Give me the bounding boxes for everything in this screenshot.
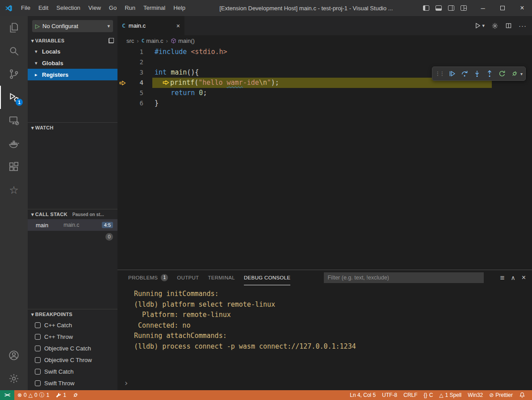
- eol-sequence[interactable]: CRLF: [400, 390, 420, 400]
- info-icon: ⓘ: [39, 392, 45, 398]
- glyph-margin[interactable]: [117, 57, 127, 67]
- breakpoint-item-c-catch[interactable]: C++ Catch: [28, 319, 117, 331]
- debug-target-status[interactable]: [69, 390, 82, 400]
- checkbox-unchecked[interactable]: [35, 334, 41, 340]
- chevron-down-icon[interactable]: ▾: [520, 71, 523, 76]
- activity-favorites[interactable]: ☆: [0, 179, 28, 202]
- os-target[interactable]: Win32: [465, 390, 486, 400]
- panel-tab-problems[interactable]: PROBLEMS1: [128, 270, 168, 285]
- menu-terminal[interactable]: Terminal: [139, 0, 169, 16]
- menu-view[interactable]: View: [84, 0, 105, 16]
- call-stack-header[interactable]: ▾ CALL STACK Paused on st...: [28, 209, 117, 219]
- breadcrumb-symbol[interactable]: main(): [171, 38, 195, 44]
- menu-selection[interactable]: Selection: [52, 0, 84, 16]
- debug-restart-button[interactable]: [497, 68, 508, 79]
- remote-indicator[interactable]: ><: [0, 390, 14, 400]
- toolchain-status[interactable]: 1: [52, 390, 69, 400]
- variables-item-locals[interactable]: ▾Locals: [28, 46, 117, 57]
- configure-gear-button[interactable]: [491, 22, 498, 29]
- formatter-status[interactable]: ⊘ Prettier: [486, 390, 516, 400]
- menu-file[interactable]: File: [17, 0, 34, 16]
- minimize-button[interactable]: ─: [473, 0, 493, 16]
- continue-icon: [448, 70, 456, 77]
- toggle-panel-icon[interactable]: [436, 5, 442, 11]
- breakpoint-item-swift-throw[interactable]: Swift Throw: [28, 377, 117, 389]
- debug-step-over-button[interactable]: [459, 68, 470, 79]
- checkbox-unchecked[interactable]: [35, 357, 41, 363]
- start-debugging-icon[interactable]: ▷: [35, 23, 40, 29]
- close-tab-icon[interactable]: ×: [176, 22, 180, 29]
- breakpoint-item-swift-catch[interactable]: Swift Catch: [28, 366, 117, 377]
- breadcrumb-file[interactable]: C main.c: [142, 38, 163, 44]
- breakpoint-item-objective-c-catch[interactable]: Objective C Catch: [28, 342, 117, 354]
- activity-extensions[interactable]: [0, 155, 28, 179]
- panel-tab-terminal[interactable]: TERMINAL: [208, 270, 235, 285]
- checkbox-unchecked[interactable]: [35, 346, 41, 351]
- status-bar: >< ⊗ 0 △ 0 ⓘ 1 1 Ln 4, Col 5 UTF-8 CRLF …: [0, 390, 532, 400]
- activity-explorer[interactable]: [0, 16, 28, 39]
- debug-step-into-button[interactable]: [472, 68, 483, 79]
- close-window-button[interactable]: ×: [512, 0, 532, 16]
- variables-header[interactable]: ▾ VARIABLES: [28, 36, 117, 46]
- watch-header[interactable]: ▾ WATCH: [28, 123, 117, 133]
- glyph-margin[interactable]: [117, 88, 127, 98]
- toggle-secondary-sidebar-icon[interactable]: [448, 5, 454, 11]
- encoding[interactable]: UTF-8: [379, 390, 400, 400]
- menu-help[interactable]: Help: [169, 0, 189, 16]
- activity-remote-explorer[interactable]: [0, 109, 28, 132]
- activity-run-and-debug[interactable]: 1: [0, 86, 28, 109]
- menu-go[interactable]: Go: [105, 0, 121, 16]
- debug-step-out-button[interactable]: [484, 68, 495, 79]
- console-filter-input[interactable]: [324, 272, 484, 283]
- activity-docker[interactable]: [0, 132, 28, 155]
- debug-console-output[interactable]: Running initCommands:(lldb) platform sel…: [117, 285, 532, 390]
- run-or-debug-button[interactable]: ▾: [474, 22, 485, 29]
- code-editor[interactable]: 1#include <stdio.h>23int main(){4 printf…: [117, 46, 532, 270]
- drag-handle-icon[interactable]: ⋮⋮: [435, 71, 444, 77]
- variables-item-globals[interactable]: ▾Globals: [28, 57, 117, 69]
- maximize-button[interactable]: [493, 0, 512, 16]
- close-panel-icon[interactable]: ×: [522, 274, 526, 281]
- tab-main-c[interactable]: C main.c ×: [117, 16, 184, 35]
- problems-status[interactable]: ⊗ 0 △ 0 ⓘ 1: [14, 390, 52, 400]
- breakpoint-item-objective-c-throw[interactable]: Objective C Throw: [28, 354, 117, 366]
- menu-edit[interactable]: Edit: [34, 0, 52, 16]
- glyph-margin[interactable]: [117, 98, 127, 108]
- debug-continue-button[interactable]: [447, 68, 458, 79]
- launch-configuration-dropdown[interactable]: ▷ No Configurat ▾: [32, 20, 113, 32]
- language-mode[interactable]: {} C: [421, 390, 436, 400]
- activity-search[interactable]: [0, 39, 28, 62]
- console-input-prompt-icon[interactable]: ›: [124, 378, 129, 388]
- panel-tab-output[interactable]: OUTPUT: [177, 270, 199, 285]
- glyph-margin[interactable]: [117, 67, 127, 78]
- breadcrumb-src[interactable]: src: [126, 38, 134, 44]
- cursor-position[interactable]: Ln 4, Col 5: [347, 390, 379, 400]
- customize-layout-icon[interactable]: [461, 5, 467, 11]
- breakpoints-header[interactable]: ▾ BREAKPOINTS: [28, 309, 117, 319]
- breakpoint-item-c-throw[interactable]: C++ Throw: [28, 331, 117, 342]
- checkbox-unchecked[interactable]: [35, 322, 41, 328]
- code-token: [195, 89, 199, 97]
- toggle-sidebar-icon[interactable]: [423, 5, 429, 11]
- maximize-panel-icon[interactable]: ∧: [511, 275, 515, 281]
- copy-squares-icon[interactable]: [109, 38, 114, 43]
- split-editor-button[interactable]: [505, 22, 512, 29]
- panel-tab-debug-console[interactable]: DEBUG CONSOLE: [244, 270, 290, 285]
- debug-disconnect-button[interactable]: [509, 68, 520, 79]
- checkbox-unchecked[interactable]: [35, 369, 41, 375]
- plug-icon: [72, 392, 79, 398]
- activity-source-control[interactable]: [0, 62, 28, 86]
- more-actions-icon[interactable]: ···: [519, 22, 527, 29]
- spell-checker-status[interactable]: △ 1 Spell: [436, 390, 465, 400]
- menu-run[interactable]: Run: [121, 0, 139, 16]
- notifications-bell[interactable]: [516, 390, 528, 400]
- checkbox-unchecked[interactable]: [35, 380, 41, 386]
- stack-frame-row[interactable]: main main.c 4:5: [28, 219, 117, 231]
- remote-icon: ><: [4, 392, 10, 398]
- debug-session-row[interactable]: 0: [28, 231, 117, 242]
- variables-item-registers[interactable]: ▸Registers: [28, 69, 117, 80]
- glyph-margin[interactable]: [117, 47, 127, 57]
- manage-button[interactable]: [0, 367, 28, 390]
- console-options-icon[interactable]: ≡: [500, 274, 504, 282]
- accounts-button[interactable]: [0, 344, 28, 367]
